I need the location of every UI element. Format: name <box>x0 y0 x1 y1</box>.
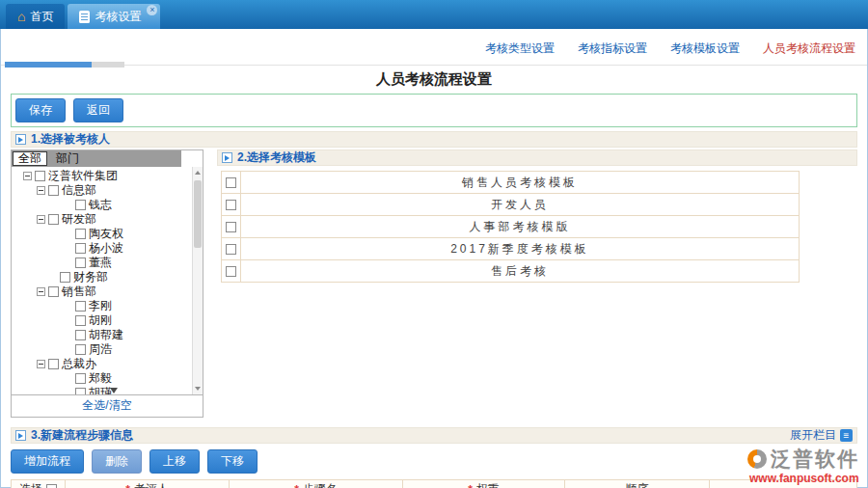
checkbox[interactable] <box>75 373 86 384</box>
nav-link-personnel-flow[interactable]: 人员考核流程设置 <box>763 41 855 57</box>
checkbox[interactable] <box>226 266 236 277</box>
move-down-button[interactable]: 下移 <box>207 449 258 474</box>
tab-home[interactable]: 首页 <box>6 4 65 29</box>
expand-columns-icon[interactable] <box>840 429 853 442</box>
select-all-checkbox[interactable] <box>46 484 57 488</box>
main-content: 考核类型设置 考核指标设置 考核模板设置 人员考核流程设置 人员考核流程设置 保… <box>0 29 868 488</box>
tree-node[interactable]: 郑毅 <box>12 371 203 386</box>
template-column: 2.选择考核模板 销售人员考核模板 开发人员 人事部考核模版 2017新季度 <box>217 149 857 283</box>
expand-columns-link[interactable]: 展开栏目 <box>790 427 853 444</box>
column-label: 步骤名 <box>303 481 338 488</box>
flow-grid-header: 选择 * 考评人 * 步骤名 * 权重 顺序 <box>11 479 857 488</box>
page-title: 人员考核流程设置 <box>1 68 867 94</box>
tree-node-label: 董燕 <box>89 256 112 270</box>
tab-assessment-settings-label: 考核设置 <box>95 9 141 25</box>
checkbox[interactable] <box>226 244 236 255</box>
home-icon <box>17 10 25 24</box>
checkbox[interactable] <box>75 344 86 355</box>
close-icon[interactable] <box>147 5 157 15</box>
divider-line <box>1 62 867 68</box>
template-row: 售后考核 <box>221 259 800 283</box>
tree-node[interactable]: 陶友权 <box>12 227 203 241</box>
tab-assessment-settings[interactable]: 考核设置 <box>68 4 160 29</box>
column-select: 选择 <box>12 480 66 488</box>
scrollbar-thumb[interactable] <box>194 180 202 248</box>
scroll-more-icon[interactable] <box>110 388 118 393</box>
tree-node[interactable]: 信息部 <box>12 183 203 198</box>
template-table: 销售人员考核模板 开发人员 人事部考核模版 2017新季度考核模板 售后考核 <box>221 172 800 283</box>
section2-title: 2.选择考核模板 <box>237 149 316 166</box>
template-row: 人事部考核模版 <box>221 215 800 238</box>
move-up-button[interactable]: 上移 <box>149 449 200 474</box>
nav-link-assessment-type[interactable]: 考核类型设置 <box>485 41 555 57</box>
checkbox[interactable] <box>75 301 86 312</box>
tree-node[interactable]: 李刚 <box>12 299 203 313</box>
collapse-icon[interactable] <box>37 287 45 296</box>
checkbox[interactable] <box>60 272 70 283</box>
template-name: 售后考核 <box>241 260 799 282</box>
tree-node[interactable]: 销售部 <box>12 285 203 299</box>
collapse-icon[interactable] <box>23 172 32 180</box>
template-row: 销售人员考核模板 <box>221 171 800 194</box>
template-name: 开发人员 <box>241 194 799 215</box>
tree-node-label: 信息部 <box>62 183 96 198</box>
tree-node[interactable]: 周浩 <box>12 342 203 357</box>
checkbox-cell <box>222 238 241 259</box>
scroll-up-icon[interactable] <box>193 167 203 178</box>
column-step-name: * 步骤名 <box>230 480 403 488</box>
tree-node[interactable]: 杨小波 <box>12 241 203 256</box>
org-tree: 泛普软件集团 信息部 钱志 研发部 陶友权 <box>12 167 203 394</box>
nav-link-assessment-indicator[interactable]: 考核指标设置 <box>578 41 647 57</box>
tree-node[interactable]: 胡刚 <box>12 313 203 328</box>
tree-node-label: 胡刚 <box>89 313 112 328</box>
tree-node[interactable]: 泛普软件集团 <box>12 169 203 183</box>
checkbox[interactable] <box>226 200 236 210</box>
save-button[interactable]: 保存 <box>15 98 66 122</box>
tree-node[interactable]: 胡瑾 <box>12 386 203 394</box>
add-flow-button[interactable]: 增加流程 <box>11 449 84 474</box>
tree-node[interactable]: 胡帮建 <box>12 328 203 342</box>
tree-node[interactable]: 钱志 <box>12 198 203 212</box>
checkbox[interactable] <box>226 222 236 232</box>
checkbox[interactable] <box>48 359 59 369</box>
checkbox[interactable] <box>48 185 59 196</box>
tree-node[interactable]: 财务部 <box>12 270 203 285</box>
back-button[interactable]: 返回 <box>73 98 123 122</box>
tree-node[interactable]: 研发部 <box>12 212 203 227</box>
checkbox[interactable] <box>226 177 236 188</box>
column-assessor: * 考评人 <box>66 480 230 488</box>
delete-button[interactable]: 删除 <box>92 449 142 474</box>
checkbox[interactable] <box>75 330 86 340</box>
checkbox[interactable] <box>75 200 86 210</box>
checkbox[interactable] <box>75 388 86 394</box>
collapse-icon[interactable] <box>37 186 45 195</box>
tree-tab-all[interactable]: 全部 <box>13 151 47 166</box>
tree-node[interactable]: 董燕 <box>12 256 203 270</box>
checkbox[interactable] <box>48 214 59 225</box>
tree-scrollbar[interactable] <box>192 167 203 394</box>
tree-node-label: 胡瑾 <box>89 386 112 394</box>
tree-node-label: 研发部 <box>62 212 96 227</box>
tree-node-label: 泛普软件集团 <box>48 169 118 183</box>
brand-logo-icon <box>747 449 767 469</box>
tree-node-label: 郑毅 <box>89 371 112 386</box>
nav-link-assessment-template[interactable]: 考核模板设置 <box>670 41 740 57</box>
tree-node-label: 杨小波 <box>89 241 123 256</box>
checkbox[interactable] <box>35 171 45 181</box>
checkbox[interactable] <box>75 315 86 326</box>
section3-title: 3.新建流程步骤信息 <box>31 427 133 444</box>
tree-tab-department[interactable]: 部门 <box>47 150 88 167</box>
collapse-icon[interactable] <box>37 215 45 224</box>
tree-tabs: 全部 部门 <box>12 150 203 167</box>
collapse-icon[interactable] <box>37 360 45 368</box>
checkbox[interactable] <box>75 258 86 268</box>
tree-node[interactable]: 总裁办 <box>12 357 203 371</box>
tree-node-label: 总裁办 <box>62 357 96 371</box>
window-tabbar: 首页 考核设置 <box>0 0 868 29</box>
checkbox[interactable] <box>48 286 59 297</box>
scroll-down-icon[interactable] <box>193 383 203 394</box>
checkbox[interactable] <box>75 243 86 254</box>
select-all-clear-link[interactable]: 全选/清空 <box>82 398 131 412</box>
checkbox[interactable] <box>75 229 86 239</box>
tree-node-label: 胡帮建 <box>89 328 123 342</box>
